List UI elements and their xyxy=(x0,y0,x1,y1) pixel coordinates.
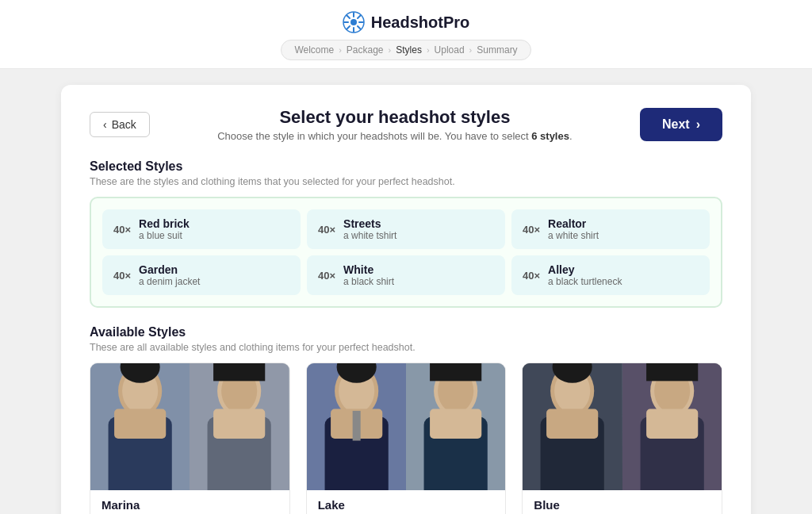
breadcrumb-package: Package xyxy=(347,44,384,56)
marina-person-left xyxy=(90,363,190,490)
selected-styles-subtitle: These are the styles and clothing items … xyxy=(90,176,722,187)
blue-label: Blue xyxy=(534,498,710,512)
main-card: ‹ Back Select your headshot styles Choos… xyxy=(61,85,751,514)
selected-style-realtor: 40× Realtor a white shirt xyxy=(511,209,710,249)
svg-rect-14 xyxy=(114,409,166,439)
blue-person-right xyxy=(622,363,722,490)
style-count-realtor: 40× xyxy=(523,224,540,236)
blue-card-bottom: Blue ⊕ Select background xyxy=(523,490,722,514)
back-label: Back xyxy=(112,118,136,131)
next-chevron-icon: › xyxy=(696,117,700,132)
breadcrumb-upload: Upload xyxy=(435,44,465,56)
next-button[interactable]: Next › xyxy=(640,108,722,141)
selected-style-red-brick: 40× Red brick a blue suit xyxy=(102,209,301,249)
lake-left-svg xyxy=(307,363,406,490)
lake-persons xyxy=(307,363,506,490)
marina-right-svg xyxy=(190,363,289,490)
svg-rect-36 xyxy=(430,363,481,381)
back-button[interactable]: ‹ Back xyxy=(90,112,150,137)
svg-rect-34 xyxy=(430,409,481,439)
style-count-garden: 40× xyxy=(113,270,131,282)
blue-image-container xyxy=(523,363,722,490)
breadcrumb-welcome: Welcome xyxy=(294,44,334,56)
marina-label: Marina xyxy=(102,498,278,512)
available-styles-title: Available Styles xyxy=(90,325,722,339)
style-info-alley: Alley a black turtleneck xyxy=(548,263,622,287)
svg-point-1 xyxy=(350,19,357,25)
style-count-red-brick: 40× xyxy=(113,224,131,236)
lake-right-svg xyxy=(406,363,505,490)
next-label: Next xyxy=(662,117,690,132)
page-subtitle: Choose the style in which your headshots… xyxy=(217,130,572,142)
svg-rect-41 xyxy=(546,409,598,439)
marina-left-svg xyxy=(90,363,190,490)
available-card-lake: Lake ⊕ Select background xyxy=(306,362,507,514)
lake-person-left xyxy=(307,363,406,490)
header: HeadshotPro Welcome › Package › Styles ›… xyxy=(0,0,812,69)
style-count-streets: 40× xyxy=(318,224,335,236)
breadcrumb-summary: Summary xyxy=(477,44,517,56)
svg-rect-20 xyxy=(213,409,265,439)
page-title-block: Select your headshot styles Choose the s… xyxy=(217,107,572,142)
blue-right-svg xyxy=(622,363,722,490)
svg-rect-29 xyxy=(352,411,360,441)
logo-icon xyxy=(343,11,365,33)
available-styles-subtitle: These are all available styles and cloth… xyxy=(90,342,722,353)
breadcrumb-styles: Styles xyxy=(396,44,422,56)
svg-line-7 xyxy=(358,26,361,29)
style-info-white: White a black shirt xyxy=(343,263,394,287)
blue-persons xyxy=(523,363,722,490)
marina-persons xyxy=(90,363,289,490)
subtitle-suffix: . xyxy=(569,130,573,142)
selected-styles-section: Selected Styles These are the styles and… xyxy=(90,159,722,308)
style-info-garden: Garden a denim jacket xyxy=(139,263,200,287)
style-info-realtor: Realtor a white shirt xyxy=(548,217,599,241)
selected-style-alley: 40× Alley a black turtleneck xyxy=(511,255,710,295)
style-info-streets: Streets a white tshirt xyxy=(343,217,396,241)
selected-style-streets: 40× Streets a white tshirt xyxy=(307,209,505,249)
marina-image-container xyxy=(90,363,289,490)
marina-person-right xyxy=(190,363,289,490)
subtitle-prefix: Choose the style in which your headshots… xyxy=(217,130,531,142)
selected-style-garden: 40× Garden a denim jacket xyxy=(102,255,301,295)
lake-image-container xyxy=(307,363,506,490)
available-styles-grid: Marina ⊕ Select background xyxy=(90,362,722,514)
style-info-red-brick: Red brick a blue suit xyxy=(139,217,190,241)
blue-person-left xyxy=(523,363,622,490)
svg-rect-47 xyxy=(646,409,698,439)
available-card-blue: Blue ⊕ Select background xyxy=(522,362,722,514)
logo: HeadshotPro xyxy=(343,11,469,33)
back-chevron-icon: ‹ xyxy=(103,118,107,131)
svg-line-9 xyxy=(347,26,350,29)
action-bar: ‹ Back Select your headshot styles Choos… xyxy=(90,107,722,142)
lake-person-right xyxy=(406,363,505,490)
breadcrumb: Welcome › Package › Styles › Upload › Su… xyxy=(281,40,530,60)
selected-styles-title: Selected Styles xyxy=(90,159,722,174)
page-title: Select your headshot styles xyxy=(217,107,572,128)
svg-line-8 xyxy=(358,16,361,19)
marina-card-bottom: Marina ⊕ Select background xyxy=(90,490,289,514)
selected-style-white: 40× White a black shirt xyxy=(307,255,505,295)
svg-rect-22 xyxy=(213,363,265,381)
style-count: 6 styles xyxy=(531,130,569,142)
available-card-marina: Marina ⊕ Select background xyxy=(90,362,290,514)
app-name: HeadshotPro xyxy=(371,13,469,32)
style-count-white: 40× xyxy=(318,270,335,282)
svg-line-6 xyxy=(347,16,350,19)
selected-styles-grid: 40× Red brick a blue suit 40× Streets a … xyxy=(90,197,722,308)
svg-rect-49 xyxy=(646,363,698,381)
lake-label: Lake xyxy=(318,498,495,512)
style-count-alley: 40× xyxy=(523,270,540,282)
lake-card-bottom: Lake ⊕ Select background xyxy=(307,490,506,514)
available-styles-section: Available Styles These are all available… xyxy=(90,325,722,514)
blue-left-svg xyxy=(523,363,622,490)
